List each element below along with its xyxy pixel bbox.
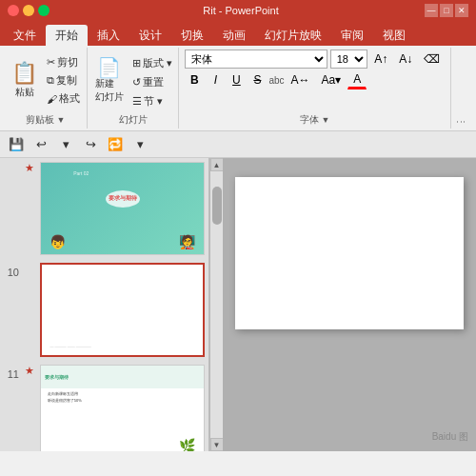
thumb3-header: 要求与期待	[41, 366, 204, 388]
undo-icon: ↩	[36, 137, 47, 151]
watermark: Baidu 图	[432, 430, 468, 444]
paste-label: 粘贴	[15, 86, 34, 99]
section-icon: ☰	[132, 95, 142, 108]
slide-thumb-11[interactable]: 要求与期待 走向新课标互适用 听说是很厉害了50% 🌿	[40, 365, 205, 451]
slide-thumbnail-11: 11 ★ 要求与期待 走向新课标互适用 听说是很厉害了50% 🌿	[4, 365, 205, 451]
paste-button[interactable]: 📋 粘贴	[8, 60, 42, 102]
clipboard-label: 剪贴板 ▼	[26, 111, 66, 127]
slide-panel: ★ Part 02 👦 🧑‍🏫 要求与期待 10 ★	[0, 158, 209, 451]
tab-transitions[interactable]: 切换	[171, 25, 213, 46]
cut-icon: ✂	[47, 56, 55, 69]
thumb3-figure: 🌿	[179, 438, 195, 451]
ribbon-tabs: 文件 开始 插入 设计 切换 动画 幻灯片放映 审阅 视图	[0, 21, 476, 46]
thumb1-figure-right: 🧑‍🏫	[179, 234, 195, 249]
star-icon-1: ★	[25, 162, 34, 174]
new-slide-button[interactable]: 📄 新建幻灯片	[91, 55, 128, 107]
main-area: ★ Part 02 👦 🧑‍🏫 要求与期待 10 ★	[0, 158, 476, 451]
font-family-select[interactable]: 宋体	[185, 50, 327, 69]
layout-icon: ⊞	[132, 57, 141, 69]
repeat-icon: 🔁	[108, 137, 123, 151]
decrease-font-button[interactable]: A↓	[395, 50, 417, 69]
minimize-button[interactable]: —	[425, 4, 438, 17]
layout-button[interactable]: ⊞ 版式 ▾	[129, 55, 175, 71]
star-icon-11: ★	[25, 365, 34, 377]
maximize-button[interactable]: □	[440, 4, 453, 17]
char-spacing-button[interactable]: A↔	[287, 70, 315, 89]
section-button[interactable]: ☰ 节 ▾	[129, 93, 175, 109]
font-case-button[interactable]: Aa▾	[317, 70, 347, 89]
strikethrough-button[interactable]: S	[248, 70, 267, 89]
customize-icon: ▾	[137, 137, 144, 151]
italic-button[interactable]: I	[206, 70, 225, 89]
scroll-down-button[interactable]: ▼	[210, 438, 224, 451]
font-group: 宋体 18 A↑ A↓ ⌫ B I U S abc A↔ Aa▾ A 字体 ▼	[179, 48, 450, 129]
tab-slideshow[interactable]: 幻灯片放映	[255, 25, 331, 46]
close-button[interactable]: ✕	[455, 4, 468, 17]
format-painter-button[interactable]: 🖌格式	[44, 90, 83, 107]
tab-design[interactable]: 设计	[129, 25, 171, 46]
reset-icon: ↺	[132, 76, 141, 89]
tab-animations[interactable]: 动画	[213, 25, 255, 46]
increase-font-button[interactable]: A↑	[370, 50, 392, 69]
save-icon: 💾	[9, 137, 24, 151]
cut-button[interactable]: ✂剪切	[44, 54, 83, 70]
scroll-thumb[interactable]	[212, 187, 222, 225]
tab-home[interactable]: 开始	[46, 25, 88, 46]
save-qa-button[interactable]: 💾	[6, 134, 27, 155]
slide-number-10: 10	[4, 263, 19, 278]
new-slide-label: 新建幻灯片	[95, 77, 124, 104]
redo-button[interactable]: ↪	[80, 134, 101, 155]
undo-dropdown-icon: ▾	[63, 137, 69, 151]
slide-number-1	[4, 162, 19, 166]
thumb1-title-circle: 要求与期待	[106, 190, 140, 208]
font-size-select[interactable]: 18	[330, 50, 367, 69]
thumb1-figure-left: 👦	[50, 234, 66, 249]
quick-access-toolbar: 💾 ↩ ▾ ↪ 🔁 ▾	[0, 131, 476, 158]
abc-label: abc	[268, 75, 284, 86]
redo-icon: ↪	[86, 137, 96, 151]
slide-canvas[interactable]	[235, 177, 464, 329]
slides-label: 幻灯片	[119, 111, 148, 127]
copy-icon: ⧉	[47, 74, 54, 87]
format-icon: 🖌	[47, 93, 57, 105]
tab-view[interactable]: 视图	[373, 25, 415, 46]
panel-scrollbar[interactable]: ▲ ▼	[209, 158, 223, 451]
slide-number-11: 11	[4, 365, 19, 380]
reset-button[interactable]: ↺ 重置	[129, 74, 175, 90]
slide-thumb-1[interactable]: Part 02 👦 🧑‍🏫 要求与期待	[40, 162, 205, 255]
clear-format-button[interactable]: ⌫	[420, 50, 445, 69]
customize-qa-button[interactable]: ▾	[129, 134, 150, 155]
tab-review[interactable]: 审阅	[331, 25, 373, 46]
paste-icon: 📋	[11, 63, 37, 84]
slides-group: 📄 新建幻灯片 ⊞ 版式 ▾ ↺ 重置 ☰ 节 ▾ 幻灯片	[88, 48, 180, 129]
bold-button[interactable]: B	[185, 70, 204, 89]
ribbon: 📋 粘贴 ✂剪切 ⧉复制 🖌格式 剪贴板 ▼ 📄 新建幻灯片	[0, 46, 476, 131]
tab-insert[interactable]: 插入	[88, 25, 129, 46]
thumb1-part-label: Part 02	[73, 170, 89, 176]
thumb2-footer-text: — ——— —— ————	[50, 344, 90, 348]
copy-button[interactable]: ⧉复制	[44, 72, 83, 89]
tab-file[interactable]: 文件	[4, 25, 46, 46]
slide-thumb-10[interactable]: — ——— —— ————	[40, 263, 205, 357]
thumb3-content: 走向新课标互适用 听说是很厉害了50%	[48, 391, 139, 404]
font-group-label: 字体 ▼	[300, 111, 330, 127]
thumb2-background	[42, 265, 203, 355]
underline-button[interactable]: U	[227, 70, 246, 89]
scroll-up-button[interactable]: ▲	[210, 158, 224, 171]
clipboard-group: 📋 粘贴 ✂剪切 ⧉复制 🖌格式 剪贴板 ▼	[4, 48, 88, 129]
slide-thumbnail-10: 10 ★ — ——— —— ————	[4, 263, 205, 357]
title-bar: Rit - PowerPoint — □ ✕	[0, 0, 476, 21]
window-title: Rit - PowerPoint	[57, 5, 425, 16]
paragraph-group: ⋮	[451, 48, 472, 129]
font-color-button[interactable]: A	[347, 70, 367, 89]
undo-dropdown-button[interactable]: ▾	[55, 134, 76, 155]
undo-button[interactable]: ↩	[30, 134, 51, 155]
canvas-area: Baidu 图	[223, 158, 476, 451]
new-slide-icon: 📄	[97, 58, 121, 77]
slide-thumbnail-1: ★ Part 02 👦 🧑‍🏫 要求与期待	[4, 162, 205, 255]
repeat-button[interactable]: 🔁	[105, 134, 126, 155]
